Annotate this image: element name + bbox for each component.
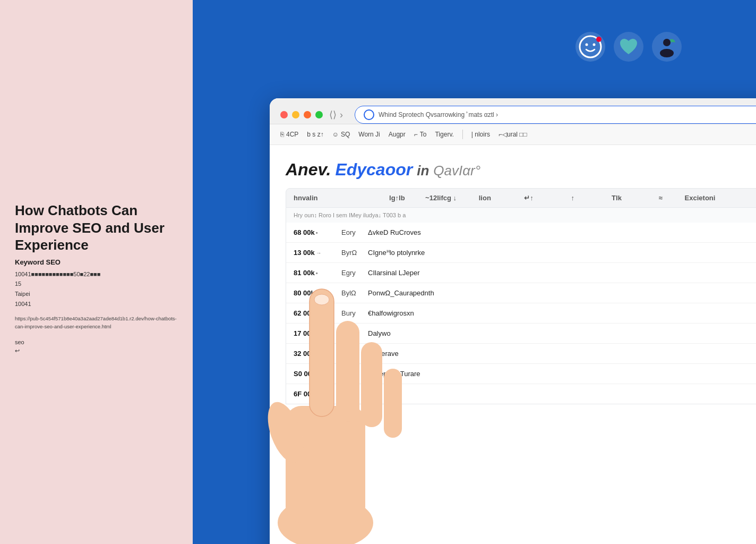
traffic-light-red[interactable] xyxy=(280,111,288,118)
toolbar-icon-2: ☺ xyxy=(332,131,339,138)
svg-point-3 xyxy=(596,37,602,42)
page-title-area: Anev. Edycaoor in QavIαr° xyxy=(286,160,756,180)
meta-line-3: Taipei xyxy=(15,289,178,299)
article-url: https://pub-5c454f571b8e40a3a2aad27ade84… xyxy=(15,315,178,330)
toolbar-label-te: To xyxy=(420,131,427,138)
meta-line-4: 10041 xyxy=(15,299,178,309)
toolbar-item-2[interactable]: ☺ SQ xyxy=(332,131,350,138)
toolbar-item-1[interactable]: b s z↑ xyxy=(307,131,323,138)
toolbar-label-tiger: Tigerv. xyxy=(435,131,453,138)
page-title-line: Anev. Edycaoor in QavIαr° xyxy=(286,160,756,180)
left-panel: How Chatbots Can Improve SEO and User Ex… xyxy=(0,0,193,544)
toolbar-label-nloirs: | nloirs xyxy=(471,131,490,138)
table-subheader: Hry oun↕ Roro I sem IMey iludya↓ T003 b … xyxy=(286,208,756,223)
heart-icon xyxy=(617,35,640,58)
toolbar-label-1: b s z↑ xyxy=(307,131,323,138)
toolbar-label-ural: ⌐◁ural □□ xyxy=(499,131,527,138)
subheader-text: Hry oun↕ Roro I sem IMey iludya↓ T003 b … xyxy=(294,212,406,218)
toolbar-label-worm: Worn Ji xyxy=(358,131,380,138)
toolbar-label-2: SQ xyxy=(341,131,350,138)
fork-icon: ⌐ xyxy=(414,131,418,138)
icon-heart xyxy=(614,32,643,62)
svg-rect-10 xyxy=(361,342,382,427)
title-part-3: QavIαr° xyxy=(433,163,480,179)
col-header-3: lion xyxy=(465,194,505,202)
icon-face xyxy=(575,32,605,62)
toolbar-item-nloirs[interactable]: | nloirs xyxy=(471,131,490,138)
icon-person xyxy=(652,32,682,62)
keyword-label: Keyword SEO xyxy=(15,258,178,266)
col-header-5: ↑ xyxy=(553,194,592,202)
toolbar-item-augpr[interactable]: Augpr xyxy=(389,131,406,138)
col-header-2: ~12lifcg ↓ xyxy=(421,194,461,202)
address-bar[interactable]: Whind Sprotech Qvsarrowking ʾmats αztl › xyxy=(355,106,756,124)
toolbar-icon-0: ⎘ xyxy=(280,131,284,138)
toolbar-sep xyxy=(462,130,463,139)
article-title: How Chatbots Can Improve SEO and User Ex… xyxy=(15,202,178,254)
tag-icon: ↩ xyxy=(15,347,178,354)
svg-point-4 xyxy=(663,39,671,46)
col-header-8: Excietoni xyxy=(685,194,756,202)
col-header-7: ≈ xyxy=(641,194,681,202)
browser-toolbar: ⎘ 4CP b s z↑ ☺ SQ Worn Ji Augpr ⌐ To Tig… xyxy=(270,124,756,145)
title-part-2: in xyxy=(417,163,429,179)
hand-illustration xyxy=(225,225,426,544)
svg-point-14 xyxy=(314,294,329,305)
person-icon xyxy=(655,35,678,58)
table-header: hnvalin lg↑lb ~12lifcg ↓ lion ↵↑ ↑ Tlk ≈… xyxy=(286,188,756,208)
nav-back-icon[interactable]: ⟨⟩ xyxy=(329,109,337,121)
tag-label: seo xyxy=(15,339,178,345)
col-header-0: hnvalin xyxy=(294,194,373,202)
browser-nav[interactable]: ⟨⟩ › xyxy=(329,109,343,121)
smiley-icon xyxy=(579,35,602,58)
traffic-lights xyxy=(280,111,323,118)
svg-point-1 xyxy=(586,44,588,46)
title-part-0: Anev. xyxy=(286,160,331,180)
col-header-1: lg↑lb xyxy=(377,194,417,202)
address-circle-icon xyxy=(364,109,374,120)
toolbar-item-tiger[interactable]: Tigerv. xyxy=(435,131,453,138)
traffic-light-green[interactable] xyxy=(315,111,323,118)
toolbar-label-0: 4CP xyxy=(286,131,298,138)
traffic-light-orange[interactable] xyxy=(304,111,311,118)
toolbar-item-0[interactable]: ⎘ 4CP xyxy=(280,131,298,138)
meta-line-1: 10041■■■■■■■■■■■■50■22■■■ xyxy=(15,269,178,279)
col-header-4: ↵↑ xyxy=(509,194,549,202)
nav-forward-icon[interactable]: › xyxy=(340,109,343,121)
title-part-1: Edycaoor xyxy=(335,160,413,180)
address-text: Whind Sprotech Qvsarrowking ʾmats αztl › xyxy=(379,111,498,118)
toolbar-item-te[interactable]: ⌐ To xyxy=(414,131,427,138)
toolbar-label-augpr: Augpr xyxy=(389,131,406,138)
top-icons-area xyxy=(575,32,682,62)
meta-line-2: 15 xyxy=(15,279,178,289)
browser-chrome: ⟨⟩ › Whind Sprotech Qvsarrowking ʾmats α… xyxy=(270,98,756,124)
col-header-6: Tlk xyxy=(597,194,637,202)
svg-rect-9 xyxy=(336,321,359,422)
traffic-light-yellow[interactable] xyxy=(292,111,299,118)
svg-rect-8 xyxy=(310,289,334,416)
svg-point-5 xyxy=(660,49,674,57)
toolbar-item-ural[interactable]: ⌐◁ural □□ xyxy=(499,131,527,138)
svg-rect-11 xyxy=(384,369,402,438)
toolbar-item-worm[interactable]: Worn Ji xyxy=(358,131,380,138)
meta-info: 10041■■■■■■■■■■■■50■22■■■ 15 Taipei 1004… xyxy=(15,269,178,309)
svg-point-2 xyxy=(593,44,596,46)
right-panel: ⟨⟩ › Whind Sprotech Qvsarrowking ʾmats α… xyxy=(193,0,756,544)
